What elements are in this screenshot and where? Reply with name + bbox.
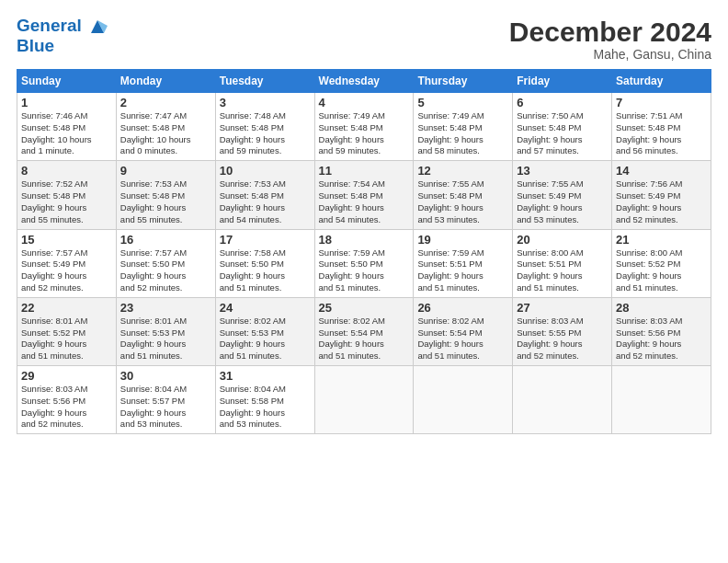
col-header-tuesday: Tuesday bbox=[215, 70, 314, 93]
day-cell: 26Sunrise: 8:02 AM Sunset: 5:54 PM Dayli… bbox=[414, 297, 513, 365]
day-cell: 24Sunrise: 8:02 AM Sunset: 5:53 PM Dayli… bbox=[215, 297, 314, 365]
week-row-3: 15Sunrise: 7:57 AM Sunset: 5:49 PM Dayli… bbox=[17, 229, 711, 297]
logo-icon bbox=[87, 17, 108, 37]
day-info: Sunrise: 8:01 AM Sunset: 5:52 PM Dayligh… bbox=[21, 316, 112, 362]
day-info: Sunrise: 7:47 AM Sunset: 5:48 PM Dayligh… bbox=[120, 110, 211, 157]
calendar-table: SundayMondayTuesdayWednesdayThursdayFrid… bbox=[17, 69, 711, 434]
day-cell: 30Sunrise: 8:04 AM Sunset: 5:57 PM Dayli… bbox=[116, 366, 215, 434]
day-cell: 13Sunrise: 7:55 AM Sunset: 5:49 PM Dayli… bbox=[513, 161, 612, 229]
col-header-wednesday: Wednesday bbox=[314, 70, 414, 93]
day-info: Sunrise: 8:02 AM Sunset: 5:54 PM Dayligh… bbox=[319, 316, 410, 362]
day-info: Sunrise: 7:46 AM Sunset: 5:48 PM Dayligh… bbox=[21, 110, 112, 157]
day-info: Sunrise: 8:04 AM Sunset: 5:58 PM Dayligh… bbox=[220, 384, 311, 431]
day-cell: 3Sunrise: 7:48 AM Sunset: 5:48 PM Daylig… bbox=[215, 93, 314, 161]
day-cell: 16Sunrise: 7:57 AM Sunset: 5:50 PM Dayli… bbox=[116, 229, 215, 297]
title-block: December 2024 Mahe, Gansu, China bbox=[509, 17, 711, 62]
day-cell: 11Sunrise: 7:54 AM Sunset: 5:48 PM Dayli… bbox=[314, 161, 414, 229]
col-header-friday: Friday bbox=[513, 70, 612, 93]
day-cell: 8Sunrise: 7:52 AM Sunset: 5:48 PM Daylig… bbox=[17, 161, 117, 229]
day-cell: 19Sunrise: 7:59 AM Sunset: 5:51 PM Dayli… bbox=[414, 229, 513, 297]
day-number: 4 bbox=[319, 96, 410, 109]
week-row-2: 8Sunrise: 7:52 AM Sunset: 5:48 PM Daylig… bbox=[17, 161, 711, 229]
day-number: 2 bbox=[120, 96, 211, 109]
day-number: 23 bbox=[120, 301, 211, 315]
day-info: Sunrise: 7:49 AM Sunset: 5:48 PM Dayligh… bbox=[319, 110, 410, 157]
day-number: 25 bbox=[319, 301, 410, 315]
day-info: Sunrise: 8:03 AM Sunset: 5:56 PM Dayligh… bbox=[616, 316, 707, 362]
day-cell bbox=[612, 366, 711, 434]
day-number: 18 bbox=[319, 233, 410, 247]
location: Mahe, Gansu, China bbox=[509, 47, 711, 62]
day-info: Sunrise: 8:03 AM Sunset: 5:55 PM Dayligh… bbox=[517, 316, 608, 362]
day-number: 27 bbox=[517, 301, 608, 315]
day-number: 30 bbox=[120, 369, 211, 383]
day-number: 3 bbox=[220, 96, 311, 109]
day-cell: 20Sunrise: 8:00 AM Sunset: 5:51 PM Dayli… bbox=[513, 229, 612, 297]
day-cell: 2Sunrise: 7:47 AM Sunset: 5:48 PM Daylig… bbox=[116, 93, 215, 161]
day-info: Sunrise: 7:56 AM Sunset: 5:49 PM Dayligh… bbox=[616, 178, 707, 225]
day-cell: 18Sunrise: 7:59 AM Sunset: 5:50 PM Dayli… bbox=[314, 229, 414, 297]
day-info: Sunrise: 7:57 AM Sunset: 5:50 PM Dayligh… bbox=[120, 247, 211, 294]
day-info: Sunrise: 7:55 AM Sunset: 5:48 PM Dayligh… bbox=[417, 178, 508, 225]
day-number: 12 bbox=[417, 164, 508, 178]
day-cell: 21Sunrise: 8:00 AM Sunset: 5:52 PM Dayli… bbox=[612, 229, 711, 297]
day-info: Sunrise: 7:54 AM Sunset: 5:48 PM Dayligh… bbox=[319, 178, 410, 225]
month-title: December 2024 bbox=[509, 17, 711, 47]
day-number: 11 bbox=[319, 164, 410, 178]
day-number: 8 bbox=[21, 164, 112, 178]
day-cell bbox=[314, 366, 414, 434]
day-number: 26 bbox=[417, 301, 508, 315]
day-info: Sunrise: 8:00 AM Sunset: 5:52 PM Dayligh… bbox=[616, 247, 707, 294]
day-number: 31 bbox=[220, 369, 311, 383]
day-cell: 25Sunrise: 8:02 AM Sunset: 5:54 PM Dayli… bbox=[314, 297, 414, 365]
day-number: 19 bbox=[417, 233, 508, 247]
day-cell: 10Sunrise: 7:53 AM Sunset: 5:48 PM Dayli… bbox=[215, 161, 314, 229]
day-cell: 29Sunrise: 8:03 AM Sunset: 5:56 PM Dayli… bbox=[17, 366, 117, 434]
day-info: Sunrise: 7:49 AM Sunset: 5:48 PM Dayligh… bbox=[417, 110, 508, 157]
day-info: Sunrise: 8:01 AM Sunset: 5:53 PM Dayligh… bbox=[120, 316, 211, 362]
col-header-sunday: Sunday bbox=[17, 70, 117, 93]
day-cell: 6Sunrise: 7:50 AM Sunset: 5:48 PM Daylig… bbox=[513, 93, 612, 161]
day-info: Sunrise: 7:53 AM Sunset: 5:48 PM Dayligh… bbox=[220, 178, 311, 225]
day-cell: 27Sunrise: 8:03 AM Sunset: 5:55 PM Dayli… bbox=[513, 297, 612, 365]
day-info: Sunrise: 8:02 AM Sunset: 5:53 PM Dayligh… bbox=[220, 316, 311, 362]
day-number: 10 bbox=[220, 164, 311, 178]
day-number: 24 bbox=[220, 301, 311, 315]
day-info: Sunrise: 7:59 AM Sunset: 5:50 PM Dayligh… bbox=[319, 247, 410, 294]
day-cell: 5Sunrise: 7:49 AM Sunset: 5:48 PM Daylig… bbox=[414, 93, 513, 161]
day-info: Sunrise: 7:53 AM Sunset: 5:48 PM Dayligh… bbox=[120, 178, 211, 225]
logo: General Blue bbox=[17, 17, 108, 54]
day-info: Sunrise: 8:00 AM Sunset: 5:51 PM Dayligh… bbox=[517, 247, 608, 294]
logo-blue: Blue bbox=[17, 37, 108, 54]
page-header: General Blue December 2024 Mahe, Gansu, … bbox=[17, 17, 711, 62]
day-cell: 7Sunrise: 7:51 AM Sunset: 5:48 PM Daylig… bbox=[612, 93, 711, 161]
day-cell: 9Sunrise: 7:53 AM Sunset: 5:48 PM Daylig… bbox=[116, 161, 215, 229]
week-row-5: 29Sunrise: 8:03 AM Sunset: 5:56 PM Dayli… bbox=[17, 366, 711, 434]
day-number: 15 bbox=[21, 233, 112, 247]
day-info: Sunrise: 7:52 AM Sunset: 5:48 PM Dayligh… bbox=[21, 178, 112, 225]
day-number: 1 bbox=[21, 96, 112, 109]
day-info: Sunrise: 7:55 AM Sunset: 5:49 PM Dayligh… bbox=[517, 178, 608, 225]
week-row-1: 1Sunrise: 7:46 AM Sunset: 5:48 PM Daylig… bbox=[17, 93, 711, 161]
day-info: Sunrise: 7:48 AM Sunset: 5:48 PM Dayligh… bbox=[220, 110, 311, 157]
day-info: Sunrise: 7:51 AM Sunset: 5:48 PM Dayligh… bbox=[616, 110, 707, 157]
day-info: Sunrise: 7:58 AM Sunset: 5:50 PM Dayligh… bbox=[220, 247, 311, 294]
day-number: 6 bbox=[517, 96, 608, 109]
day-info: Sunrise: 7:50 AM Sunset: 5:48 PM Dayligh… bbox=[517, 110, 608, 157]
day-info: Sunrise: 8:03 AM Sunset: 5:56 PM Dayligh… bbox=[21, 384, 112, 431]
day-cell: 15Sunrise: 7:57 AM Sunset: 5:49 PM Dayli… bbox=[17, 229, 117, 297]
col-header-monday: Monday bbox=[116, 70, 215, 93]
day-cell bbox=[513, 366, 612, 434]
day-number: 21 bbox=[616, 233, 707, 247]
header-row: SundayMondayTuesdayWednesdayThursdayFrid… bbox=[17, 70, 711, 93]
day-cell: 12Sunrise: 7:55 AM Sunset: 5:48 PM Dayli… bbox=[414, 161, 513, 229]
day-number: 13 bbox=[517, 164, 608, 178]
day-info: Sunrise: 8:04 AM Sunset: 5:57 PM Dayligh… bbox=[120, 384, 211, 431]
day-cell: 17Sunrise: 7:58 AM Sunset: 5:50 PM Dayli… bbox=[215, 229, 314, 297]
day-info: Sunrise: 8:02 AM Sunset: 5:54 PM Dayligh… bbox=[417, 316, 508, 362]
col-header-thursday: Thursday bbox=[414, 70, 513, 93]
day-number: 17 bbox=[220, 233, 311, 247]
day-cell bbox=[414, 366, 513, 434]
day-number: 14 bbox=[616, 164, 707, 178]
day-info: Sunrise: 7:59 AM Sunset: 5:51 PM Dayligh… bbox=[417, 247, 508, 294]
